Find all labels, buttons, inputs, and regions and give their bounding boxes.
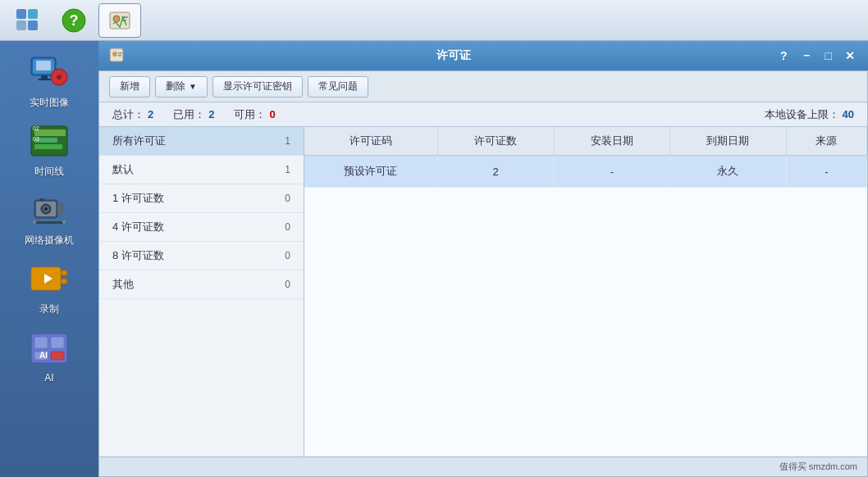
sidebar-item-record-label: 录制	[39, 302, 59, 316]
tree-item-lic1-count: 0	[285, 193, 290, 204]
license-icon	[107, 7, 133, 34]
svg-rect-2	[16, 20, 26, 30]
tree-item-lic1-label: 1 许可证数	[112, 191, 164, 206]
svg-text:03: 03	[33, 136, 39, 142]
svg-point-17	[57, 75, 62, 80]
content-area: 许可证 ? － □ ✕ 新增 删除 ▼ 显示许可证密钥 常见问题	[98, 41, 868, 477]
main-area: 实时图像 02 03 时间线	[0, 41, 868, 477]
tree-item-lic8-label: 8 许可证数	[112, 248, 164, 263]
svg-rect-38	[61, 279, 67, 284]
sidebar-item-realtime[interactable]: 实时图像	[8, 48, 90, 113]
device-limit-label: 本地设备上限：	[765, 107, 839, 122]
timeline-icon-box: 02 03	[27, 120, 71, 161]
sidebar-item-record[interactable]: 录制	[8, 254, 90, 320]
stats-bar: 总计： 2 已用： 2 可用： 0 本地设备上限： 40	[99, 102, 867, 127]
show-key-button[interactable]: 显示许可证密钥	[212, 76, 303, 98]
split-pane: 所有许可证 1 默认 1 1 许可证数 0 4 许可证数 0	[99, 127, 867, 457]
window-restore-btn[interactable]: □	[822, 48, 835, 64]
record-icon	[28, 261, 71, 297]
svg-rect-40	[34, 337, 48, 348]
cell-source: -	[786, 156, 866, 188]
col-header-install-date: 安装日期	[554, 127, 670, 156]
svg-point-33	[62, 220, 66, 224]
top-toolbar: ?	[0, 0, 868, 41]
tree-item-lic1[interactable]: 1 许可证数 0	[99, 184, 304, 213]
sidebar: 实时图像 02 03 时间线	[0, 41, 98, 477]
svg-rect-0	[16, 9, 26, 19]
inner-toolbar: 新增 删除 ▼ 显示许可证密钥 常见问题	[99, 71, 867, 102]
tree-item-lic4-count: 0	[285, 221, 290, 233]
window-minimize-btn[interactable]: －	[797, 47, 815, 65]
tree-item-all-count: 1	[285, 135, 290, 147]
sidebar-item-ai-label: AI	[44, 372, 53, 384]
avail-stat: 可用： 0	[234, 107, 275, 122]
tree-item-default[interactable]: 默认 1	[99, 156, 304, 184]
svg-point-7	[113, 16, 120, 22]
device-limit-stat: 本地设备上限： 40	[765, 107, 854, 122]
dashboard-icon	[15, 7, 41, 34]
window-help-btn[interactable]: ?	[777, 48, 791, 64]
svg-point-28	[44, 207, 48, 211]
license-title-icon	[108, 47, 125, 63]
tree-item-other-label: 其他	[112, 277, 134, 292]
avail-value: 0	[269, 108, 275, 120]
tree-item-default-label: 默认	[112, 162, 134, 177]
svg-rect-43	[51, 352, 64, 360]
svg-rect-37	[61, 270, 67, 275]
titlebar-icon	[108, 47, 125, 66]
license-table: 许可证码 许可证数 安装日期 到期日期 来源 预设许可证 2 -	[304, 127, 867, 188]
help-icon: ?	[61, 7, 87, 34]
realtime-icon-box	[27, 52, 71, 93]
cell-install-date: -	[554, 156, 670, 188]
sidebar-item-camera-label: 网络摄像机	[25, 234, 74, 248]
tree-item-default-count: 1	[285, 164, 290, 175]
timeline-icon: 02 03	[28, 123, 71, 159]
table-header-row: 许可证码 许可证数 安装日期 到期日期 来源	[304, 127, 867, 156]
svg-rect-12	[36, 61, 51, 70]
table-body: 预设许可证 2 - 永久 -	[304, 156, 867, 188]
inner-window: 新增 删除 ▼ 显示许可证密钥 常见问题 总计： 2 已用： 2	[98, 70, 868, 477]
total-value: 2	[148, 108, 153, 120]
delete-button[interactable]: 删除 ▼	[155, 76, 208, 98]
sidebar-item-camera[interactable]: 网络摄像机	[8, 185, 90, 251]
svg-text:02: 02	[33, 125, 39, 131]
sidebar-item-timeline[interactable]: 02 03 时间线	[8, 116, 90, 182]
tree-item-lic4[interactable]: 4 许可证数 0	[99, 213, 304, 242]
delete-label: 删除	[166, 80, 185, 93]
toolbar-btn-license[interactable]	[98, 3, 141, 38]
svg-rect-47	[118, 52, 122, 54]
device-limit-value: 40	[843, 108, 854, 120]
svg-rect-29	[57, 203, 64, 215]
svg-rect-48	[118, 55, 121, 57]
window-title: 许可证	[131, 48, 777, 63]
col-header-source: 来源	[786, 127, 866, 156]
window-close-btn[interactable]: ✕	[842, 48, 858, 64]
cell-code: 预设许可证	[304, 156, 437, 188]
total-label: 总计：	[112, 107, 144, 122]
svg-point-32	[33, 220, 36, 224]
ai-icon-box: AI	[27, 328, 71, 369]
watermark: 值得买 smzdm.com	[779, 461, 857, 473]
used-value: 2	[208, 108, 214, 120]
realtime-icon	[28, 54, 71, 90]
sidebar-item-timeline-label: 时间线	[34, 165, 64, 179]
left-tree-panel: 所有许可证 1 默认 1 1 许可证数 0 4 许可证数 0	[99, 127, 304, 457]
tree-item-other[interactable]: 其他 0	[99, 270, 304, 299]
add-button[interactable]: 新增	[109, 76, 150, 98]
svg-rect-1	[28, 9, 38, 19]
tree-item-all[interactable]: 所有许可证 1	[99, 127, 304, 156]
sidebar-item-ai[interactable]: AI AI	[8, 323, 90, 388]
window-titlebar: 许可证 ? － □ ✕	[98, 41, 868, 70]
svg-text:AI: AI	[39, 351, 48, 360]
record-icon-box	[27, 258, 71, 299]
tree-item-lic8[interactable]: 8 许可证数 0	[99, 242, 304, 270]
tree-item-other-count: 0	[285, 279, 290, 290]
table-row[interactable]: 预设许可证 2 - 永久 -	[304, 156, 867, 188]
toolbar-btn-dashboard[interactable]	[7, 3, 49, 38]
used-stat: 已用： 2	[173, 107, 214, 122]
cell-expire-date: 永久	[670, 156, 787, 188]
svg-rect-21	[34, 144, 62, 149]
total-stat: 总计： 2	[112, 107, 153, 122]
faq-button[interactable]: 常见问题	[308, 76, 368, 98]
toolbar-btn-help[interactable]: ?	[53, 3, 95, 38]
